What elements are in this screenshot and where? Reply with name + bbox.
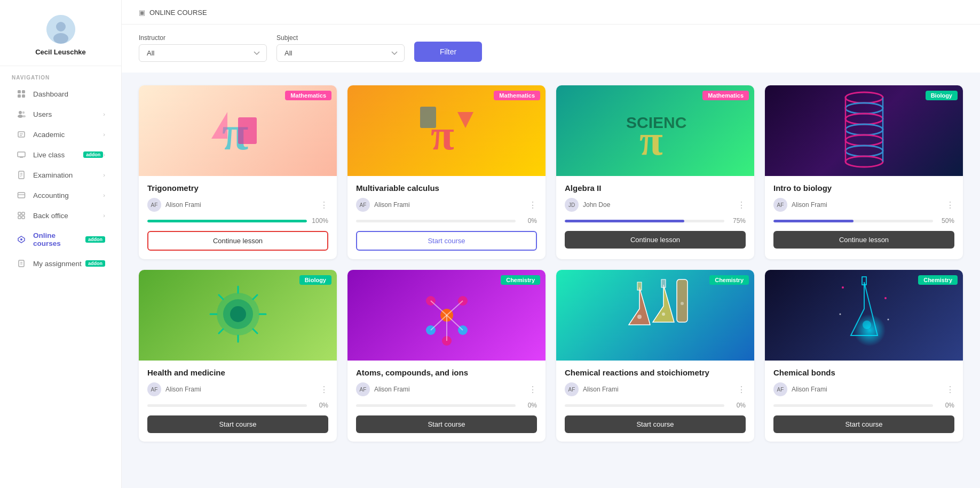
courses-grid: π Mathematics Trigonometry AF Alison Fra…: [139, 85, 963, 442]
progress-bar-wrap-bio: [773, 220, 933, 222]
page-header: ▣ ONLINE COURSE: [122, 0, 980, 25]
instructor-info-health: AF Alison Frami: [147, 382, 201, 396]
profile-section: Cecil Leuschke: [0, 0, 121, 66]
svg-point-10: [22, 115, 26, 117]
svg-point-27: [20, 238, 22, 241]
instructor-filter-group: Instructor All: [139, 34, 267, 62]
sidebar-item-academic[interactable]: Academic ›: [4, 125, 117, 144]
instructor-label: Instructor: [139, 34, 267, 42]
course-title-trig: Trigonometry: [147, 183, 328, 193]
card-body-bonds: Chemical bonds AF Alison Frami ⋮ 0%: [765, 361, 963, 442]
start-course-button-bonds[interactable]: Start course: [773, 415, 954, 433]
addon-badge: addon: [85, 260, 105, 267]
course-card-bonds: Chemistry Chemical bonds AF Alison Frami…: [765, 270, 963, 442]
addon-badge: addon: [85, 236, 105, 243]
sidebar-item-accounting[interactable]: Accounting ›: [4, 186, 117, 205]
svg-point-85: [887, 318, 889, 320]
course-title-atoms: Atoms, compounds, and ions: [356, 368, 537, 377]
chevron-right-icon: ›: [103, 192, 105, 198]
course-title-health: Health and medicine: [147, 368, 328, 377]
filter-button[interactable]: Filter: [414, 42, 482, 62]
exam-icon: [16, 171, 27, 179]
more-options-atoms[interactable]: ⋮: [528, 385, 537, 395]
card-body-chem-react: Chemical reactions and stoichiometry AF …: [556, 361, 754, 442]
course-badge-trig: Mathematics: [285, 91, 331, 100]
start-course-button-chem-react[interactable]: Start course: [565, 415, 746, 433]
start-course-button-atoms[interactable]: Start course: [356, 415, 537, 433]
instructor-avatar-trig: AF: [147, 198, 161, 212]
svg-point-78: [853, 314, 886, 346]
instructor-avatar-alg: JD: [565, 198, 579, 212]
svg-point-2: [53, 33, 68, 44]
course-badge-bonds: Chemistry: [918, 275, 958, 285]
more-options-bio[interactable]: ⋮: [946, 200, 954, 210]
card-instructor-atoms: AF Alison Frami ⋮: [356, 382, 537, 396]
progress-bar-bio: [773, 220, 853, 222]
svg-marker-33: [211, 112, 227, 139]
sidebar-item-online-courses[interactable]: Online courses addon: [4, 226, 117, 253]
progress-row-bonds: 0%: [773, 402, 954, 409]
instructor-info-calc: AF Alison Frami: [356, 198, 410, 212]
instructor-info-bio: AF Alison Frami: [773, 198, 827, 212]
progress-pct-chem-react: 0%: [729, 402, 746, 409]
sidebar-item-liveclass[interactable]: Live class addon ›: [4, 145, 117, 164]
sidebar-item-label: Academic: [33, 131, 103, 139]
start-course-button-health[interactable]: Start course: [147, 415, 328, 433]
continue-lesson-button-alg[interactable]: Continue lesson: [565, 231, 746, 249]
svg-rect-23: [22, 212, 25, 215]
course-thumbnail-bio: Biology: [765, 85, 963, 176]
more-options-bonds[interactable]: ⋮: [946, 385, 954, 395]
progress-row-bio: 50%: [773, 217, 954, 225]
sidebar-item-users[interactable]: Users ›: [4, 105, 117, 124]
card-body-alg: Algebra II JD John Doe ⋮ 75%: [556, 176, 754, 257]
svg-rect-74: [677, 279, 687, 322]
course-badge-bio: Biology: [926, 91, 958, 100]
svg-line-56: [253, 295, 257, 299]
svg-point-77: [681, 302, 684, 305]
continue-lesson-button-bio[interactable]: Continue lesson: [773, 231, 954, 249]
instructor-avatar-bonds: AF: [773, 382, 787, 396]
more-options-health[interactable]: ⋮: [320, 385, 328, 395]
more-options-chem-react[interactable]: ⋮: [737, 385, 746, 395]
progress-row-health: 0%: [147, 402, 328, 409]
more-options-alg[interactable]: ⋮: [737, 200, 746, 210]
sidebar-item-examination[interactable]: Examination ›: [4, 165, 117, 185]
course-badge-alg: Mathematics: [702, 91, 749, 100]
instructor-name-trig: Alison Frami: [165, 201, 201, 209]
course-card-alg: SCIENCE π Mathematics Algebra II JD John…: [556, 85, 754, 259]
course-thumbnail-alg: SCIENCE π Mathematics: [556, 85, 754, 176]
progress-pct-alg: 75%: [729, 217, 746, 225]
svg-rect-28: [19, 260, 24, 267]
sidebar-item-backoffice[interactable]: Back office ›: [4, 206, 117, 225]
card-instructor-chem-react: AF Alison Frami ⋮: [565, 382, 746, 396]
progress-pct-atoms: 0%: [520, 402, 537, 409]
progress-bar-wrap-alg: [565, 220, 724, 222]
progress-bar-wrap-chem-react: [565, 404, 724, 407]
course-title-chem-react: Chemical reactions and stoichiometry: [565, 368, 746, 377]
progress-row-alg: 75%: [565, 217, 746, 225]
card-instructor-calc: AF Alison Frami ⋮: [356, 198, 537, 212]
svg-point-45: [845, 156, 883, 167]
sidebar-item-label: My assignment: [33, 260, 82, 268]
instructor-select[interactable]: All: [139, 44, 267, 62]
subject-select[interactable]: All: [276, 44, 405, 62]
sidebar-item-my-assignment[interactable]: My assignment addon: [4, 254, 117, 273]
instructor-avatar-atoms: AF: [356, 382, 370, 396]
progress-row-calc: 0%: [356, 217, 537, 225]
progress-bar-wrap-calc: [356, 220, 516, 222]
continue-lesson-button-trig[interactable]: Continue lesson: [147, 231, 328, 251]
liveclass-icon: [16, 150, 27, 159]
instructor-name-alg: John Doe: [583, 201, 610, 209]
sidebar-item-dashboard[interactable]: Dashboard: [4, 84, 117, 103]
svg-point-50: [230, 306, 246, 322]
progress-bar-wrap-bonds: [773, 404, 933, 407]
svg-text:π: π: [639, 117, 663, 164]
svg-point-1: [56, 22, 66, 31]
start-course-button-calc[interactable]: Start course: [356, 231, 537, 251]
more-options-calc[interactable]: ⋮: [528, 200, 537, 210]
instructor-info-chem-react: AF Alison Frami: [565, 382, 619, 396]
course-title-calc: Multivariable calculus: [356, 183, 537, 193]
svg-point-42: [845, 124, 883, 135]
more-options-trig[interactable]: ⋮: [320, 200, 328, 210]
dashboard-icon: [16, 90, 27, 98]
